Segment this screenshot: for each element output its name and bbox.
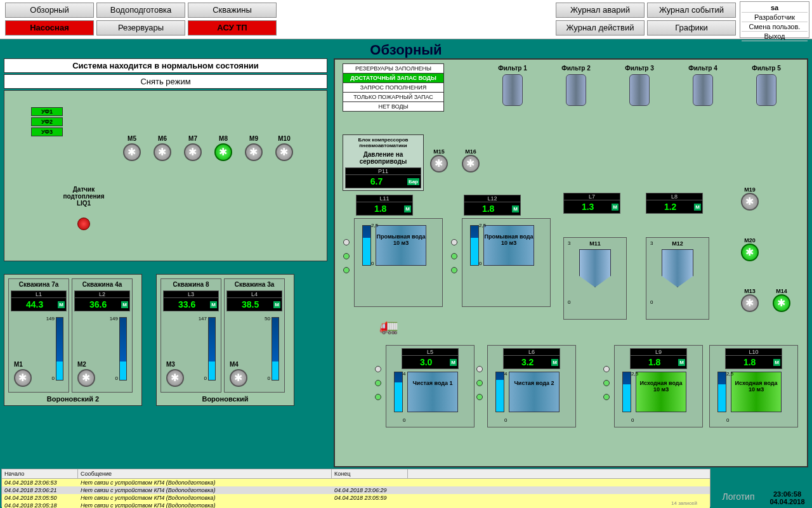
level-bar bbox=[394, 372, 403, 412]
reservoir-status-line: ЗАПРОС ПОПОЛНЕНИЯ bbox=[343, 83, 444, 93]
well-card[interactable]: Скважина 3аL438.5М500M4 bbox=[224, 278, 285, 393]
nav-btn-графики[interactable]: Графики bbox=[647, 20, 736, 36]
filter-3[interactable]: Фильтр 3 bbox=[614, 65, 665, 108]
level-bar bbox=[717, 372, 726, 412]
pump-m19[interactable]: M19 bbox=[741, 186, 759, 211]
pump-m9[interactable]: M9 bbox=[240, 135, 267, 161]
pump-m20[interactable]: M20 bbox=[741, 237, 759, 261]
pump-m13[interactable]: M13 bbox=[741, 288, 759, 312]
reservoir-status-line: НЕТ ВОДЫ bbox=[343, 102, 444, 112]
compressor-title: Блок компрессоров пневмоавтоматики bbox=[345, 137, 421, 148]
cone-vessel-icon bbox=[579, 249, 611, 287]
filter-4[interactable]: Фильтр 4 bbox=[678, 65, 728, 108]
led-icon bbox=[343, 267, 350, 273]
led-icon bbox=[476, 394, 483, 400]
log-row[interactable]: 04.04.2018 23:06:21Нет связи с устройств… bbox=[2, 486, 710, 494]
switch-user-button[interactable]: Смена пользов. bbox=[742, 22, 808, 32]
pump-m10[interactable]: M10 bbox=[271, 135, 298, 161]
pump-icon bbox=[430, 155, 448, 173]
mode-button[interactable]: Снять режим bbox=[4, 74, 327, 89]
well-group-1: Скважина 7аL144.3М1490M1Скважина 4аL236.… bbox=[4, 274, 142, 406]
pump-icon bbox=[154, 143, 171, 161]
led-icon bbox=[603, 366, 610, 372]
nav-btn-скважины[interactable]: Скважины bbox=[188, 3, 277, 18]
pump-m5[interactable]: M5 bbox=[119, 135, 145, 161]
alarm-log[interactable]: Начало Сообщение Конец 04.04.2018 23:06:… bbox=[1, 469, 710, 507]
nav-btn-обзорный[interactable]: Обзорный bbox=[5, 3, 94, 18]
nav-btn-водоподготовка[interactable]: Водоподготовка bbox=[96, 3, 185, 18]
clock: 23:06:58 04.04.2018 bbox=[765, 490, 809, 505]
pump-m16[interactable]: M16 bbox=[462, 148, 480, 173]
pump-m14[interactable]: M14 bbox=[773, 288, 790, 312]
pump-icon bbox=[462, 155, 480, 173]
p11-label: P11 bbox=[345, 167, 421, 174]
filter-2[interactable]: Фильтр 2 bbox=[551, 65, 601, 108]
nav-left: ОбзорныйВодоподготовкаСкважиныНасоснаяРе… bbox=[5, 3, 322, 36]
pump-icon bbox=[184, 143, 202, 161]
pump-m8[interactable]: M8 bbox=[210, 135, 237, 161]
cone-tank-1[interactable]: 3 M11 0 bbox=[563, 237, 627, 320]
nav-btn-насосная[interactable]: Насосная bbox=[5, 20, 94, 36]
well-group-2-name: Вороновский bbox=[159, 395, 291, 403]
clock-time: 23:06:58 bbox=[765, 490, 809, 498]
pump-m7[interactable]: M7 bbox=[180, 135, 206, 161]
nav-btn-резервуары[interactable]: Резервуары bbox=[96, 20, 185, 36]
pump-icon bbox=[773, 294, 790, 312]
uf-indicator[interactable]: УФ2 bbox=[31, 117, 63, 126]
pump-icon bbox=[214, 143, 232, 161]
user-name: sa bbox=[742, 3, 808, 13]
tank-wash-2[interactable]: L121.8М 2,5 Промывная вода 10 м3 0 bbox=[462, 218, 551, 307]
pump-m15[interactable]: M15 bbox=[430, 148, 448, 173]
tank-wash-1[interactable]: L111.8М 2,5 Промывная вода 10 м3 0 bbox=[354, 218, 443, 307]
well-card[interactable]: Скважина 8L333.6М1470M3 bbox=[160, 278, 221, 393]
well-card[interactable]: Скважина 4аL236.6М1490M2 bbox=[72, 278, 133, 393]
log-row[interactable]: 04.04.2018 23:05:18Нет связи с устройств… bbox=[2, 502, 710, 508]
level-bar bbox=[208, 317, 216, 381]
cone-tank-2[interactable]: 3 M12 0 bbox=[646, 237, 709, 320]
tank-clean-2[interactable]: L63.2М 4 Чистая вода 2 0 bbox=[487, 345, 576, 427]
led-icon bbox=[603, 380, 610, 386]
tank-source-2[interactable]: L101.8М 2,5 Исходная вода 10 м3 0 bbox=[709, 345, 798, 427]
logo-placeholder: Логотип bbox=[716, 479, 761, 504]
uf-indicator[interactable]: УФ1 bbox=[31, 107, 63, 116]
top-bar: ОбзорныйВодоподготовкаСкважиныНасоснаяРе… bbox=[0, 0, 812, 39]
log-row[interactable]: 04.04.2018 23:06:53Нет связи с устройств… bbox=[2, 479, 710, 486]
pump-m6[interactable]: M6 bbox=[149, 135, 176, 161]
level-bar bbox=[119, 317, 127, 381]
led-icon bbox=[375, 366, 381, 372]
filter-1[interactable]: Фильтр 1 bbox=[487, 65, 538, 108]
nav-btn-журнал-действий[interactable]: Журнал действий bbox=[556, 20, 645, 36]
filter-5[interactable]: Фильтр 5 bbox=[741, 65, 792, 108]
tank-clean-1[interactable]: L53.0М 4 Чистая вода 1 0 bbox=[386, 345, 475, 427]
pump-icon bbox=[123, 143, 141, 161]
pump-icon bbox=[245, 143, 263, 161]
right-panel: РЕЗЕРВУАРЫ ЗАПОЛНЕНЫДОСТАТОЧНЫЙ ЗАПАС ВО… bbox=[334, 58, 808, 467]
pump-icon bbox=[14, 369, 32, 387]
left-panel: Система находится в нормальном состоянии… bbox=[4, 58, 327, 467]
pump-icon bbox=[741, 193, 759, 211]
level-bar bbox=[470, 225, 479, 266]
tank-source-1[interactable]: L91.8М 2,5 Исходная вода 10 м3 0 bbox=[614, 345, 703, 427]
nav-btn-журнал-аварий[interactable]: Журнал аварий bbox=[556, 3, 645, 18]
led-icon bbox=[476, 380, 483, 386]
nav-btn-асу тп[interactable]: АСУ ТП bbox=[188, 20, 277, 36]
reservoir-status-line: РЕЗЕРВУАРЫ ЗАПОЛНЕНЫ bbox=[343, 63, 444, 74]
led-icon bbox=[375, 394, 381, 400]
uf-indicator[interactable]: УФ3 bbox=[31, 127, 63, 136]
filter-vessel-icon bbox=[629, 74, 650, 106]
log-header: Начало Сообщение Конец bbox=[2, 469, 710, 479]
system-status: Система находится в нормальном состоянии bbox=[4, 58, 327, 73]
pump-icon bbox=[741, 294, 759, 312]
well-card[interactable]: Скважина 7аL144.3М1490M1 bbox=[8, 278, 69, 393]
led-icon bbox=[451, 253, 457, 259]
log-row[interactable]: 04.04.2018 23:05:50Нет связи с устройств… bbox=[2, 494, 710, 502]
wells-section: Скважина 7аL144.3М1490M1Скважина 4аL236.… bbox=[4, 274, 327, 433]
exit-button[interactable]: Выход bbox=[742, 32, 808, 41]
led-icon bbox=[451, 239, 457, 245]
pump-station-area: УФ1УФ2УФ3 Датчик подтопления LIQ1 M5M6M7… bbox=[4, 90, 327, 261]
filter-vessel-icon bbox=[693, 74, 713, 106]
compressor-block: Блок компрессоров пневмоавтоматики Давле… bbox=[343, 134, 424, 191]
nav-btn-журнал-событий[interactable]: Журнал событий bbox=[647, 3, 736, 18]
clock-date: 04.04.2018 bbox=[765, 498, 809, 505]
reservoir-status-list: РЕЗЕРВУАРЫ ЗАПОЛНЕНЫДОСТАТОЧНЫЙ ЗАПАС ВО… bbox=[343, 63, 444, 112]
